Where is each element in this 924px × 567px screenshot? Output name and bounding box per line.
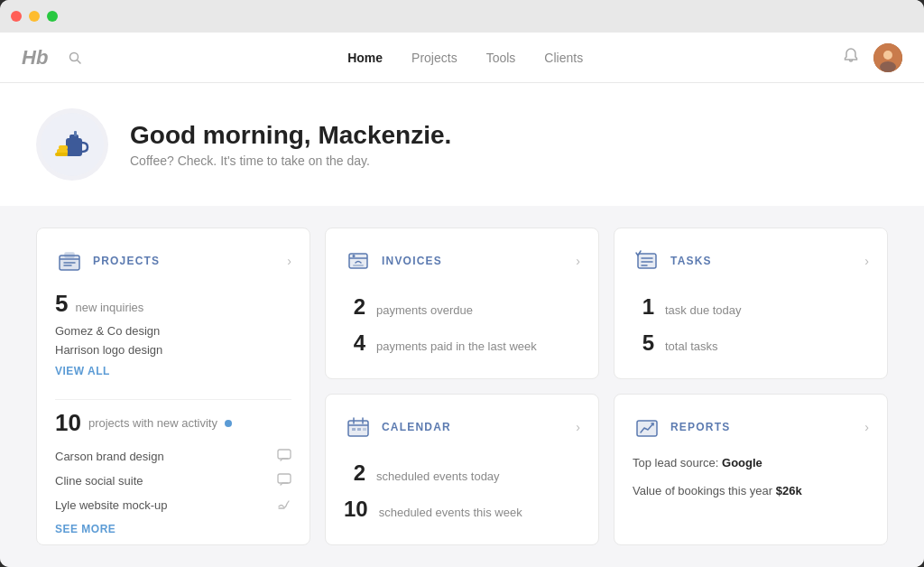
activity-name-3: Lyle website mock-up	[55, 498, 168, 512]
projects-card-header: PROJECTS ›	[55, 246, 291, 275]
calendar-today-count: 2	[344, 460, 365, 486]
see-more-link[interactable]: SEE MORE	[55, 523, 291, 535]
calendar-week-label: scheduled events this week	[379, 506, 522, 519]
app-body: Hb Home Projects Tools Clients	[0, 33, 924, 567]
close-button[interactable]	[11, 11, 22, 22]
activity-dot	[225, 420, 232, 427]
notification-bell[interactable]	[843, 47, 859, 68]
tasks-card-header: TASKS ›	[633, 246, 869, 275]
svg-rect-17	[278, 450, 291, 459]
calendar-header-left: CALENDAR	[344, 413, 451, 442]
invoices-card: INVOICES › 2 payments overdue 4 payments…	[325, 228, 599, 379]
calendar-icon	[344, 413, 373, 442]
svg-rect-35	[357, 428, 361, 431]
invoices-title: INVOICES	[382, 255, 442, 267]
tasks-icon	[633, 246, 661, 275]
hero-illustration	[36, 108, 108, 181]
greeting-subtitle: Coffee? Check. It's time to take on the …	[130, 153, 451, 168]
calendar-week-count: 10	[344, 497, 368, 522]
activity-item-1: Carson brand design	[55, 444, 291, 469]
nav-link-home[interactable]: Home	[347, 51, 383, 65]
comment-icon-1	[277, 448, 291, 465]
search-button[interactable]	[62, 45, 88, 70]
project-item-1: Gomez & Co design	[55, 321, 291, 340]
calendar-today-label: scheduled events today	[376, 469, 500, 483]
calendar-card: CALENDAR › 2 scheduled events today 10 s…	[325, 394, 599, 545]
reports-bookings: Value of bookings this year $26k	[633, 484, 869, 497]
nav-link-clients[interactable]: Clients	[544, 51, 583, 65]
invoices-overdue-count: 2	[344, 294, 365, 320]
nav-link-tools[interactable]: Tools	[486, 51, 516, 65]
svg-line-1	[78, 60, 81, 63]
hero-text: Good morning, Mackenzie. Coffee? Check. …	[130, 121, 451, 168]
calendar-stat-1: 2 scheduled events today	[344, 460, 580, 486]
svg-rect-36	[363, 428, 366, 431]
tasks-stat-1: 1 task due today	[633, 294, 869, 320]
maximize-button[interactable]	[47, 11, 58, 22]
invoices-stat-1: 2 payments overdue	[344, 294, 580, 320]
svg-rect-14	[65, 253, 74, 257]
user-avatar[interactable]	[873, 43, 902, 72]
tasks-stats: 1 task due today 5 total tasks	[633, 290, 869, 360]
nav-right	[843, 43, 902, 72]
reports-stats: Top lead source: Google Value of booking…	[633, 456, 869, 526]
svg-rect-8	[74, 131, 77, 136]
svg-rect-18	[278, 474, 291, 483]
invoices-paid-label: payments paid in the last week	[376, 339, 537, 353]
reports-card-header: REPORTS ›	[633, 413, 869, 442]
hero-section: Good morning, Mackenzie. Coffee? Check. …	[0, 83, 924, 206]
svg-point-3	[883, 51, 892, 60]
tasks-title: TASKS	[670, 255, 712, 267]
reports-lead-label: Top lead source:	[633, 456, 718, 469]
reports-icon	[633, 413, 661, 442]
reports-bookings-value: $26k	[776, 484, 802, 497]
nav-links: Home Projects Tools Clients	[88, 51, 843, 65]
reports-chevron[interactable]: ›	[864, 420, 869, 434]
svg-point-4	[880, 61, 896, 72]
svg-rect-10	[59, 145, 68, 150]
projects-chevron[interactable]: ›	[287, 254, 291, 268]
invoices-stat-2: 4 payments paid in the last week	[344, 330, 580, 356]
dashboard-grid: PROJECTS › 5 new inquiries Gomez & Co de…	[0, 206, 924, 567]
svg-rect-6	[66, 138, 82, 156]
minimize-button[interactable]	[29, 11, 40, 22]
invoices-paid-count: 4	[344, 330, 365, 356]
svg-rect-34	[352, 428, 356, 431]
tasks-card: TASKS › 1 task due today 5 total tasks	[614, 228, 888, 379]
projects-title: PROJECTS	[93, 255, 160, 267]
calendar-stats: 2 scheduled events today 10 scheduled ev…	[344, 456, 580, 526]
activity-label: projects with new activity	[88, 416, 217, 430]
reports-lead-value: Google	[722, 456, 762, 469]
activity-header: 10 projects with new activity	[55, 409, 291, 437]
svg-point-22	[353, 255, 356, 257]
signature-icon	[277, 497, 291, 514]
invoices-chevron[interactable]: ›	[576, 254, 580, 268]
navbar: Hb Home Projects Tools Clients	[0, 33, 924, 83]
reports-lead-text: Top lead source: Google	[633, 456, 869, 469]
app-window: Hb Home Projects Tools Clients	[0, 0, 924, 567]
projects-card: PROJECTS › 5 new inquiries Gomez & Co de…	[36, 228, 310, 545]
invoices-stats: 2 payments overdue 4 payments paid in th…	[344, 290, 580, 360]
activity-name-2: Cline social suite	[55, 474, 143, 488]
calendar-title: CALENDAR	[382, 421, 451, 433]
projects-icon	[55, 246, 84, 275]
activity-name-1: Carson brand design	[55, 450, 164, 463]
nav-link-projects[interactable]: Projects	[411, 51, 457, 65]
projects-divider	[55, 399, 291, 400]
tasks-due-count: 1	[633, 294, 654, 320]
projects-inquiries-label: new inquiries	[75, 301, 143, 314]
activity-item-2: Cline social suite	[55, 469, 291, 493]
calendar-stat-2: 10 scheduled events this week	[344, 497, 580, 522]
svg-rect-11	[55, 153, 68, 156]
calendar-chevron[interactable]: ›	[576, 420, 580, 434]
greeting-text: Good morning, Mackenzie.	[130, 121, 451, 150]
projects-header-left: PROJECTS	[55, 246, 160, 275]
tasks-chevron[interactable]: ›	[864, 254, 869, 268]
reports-header-left: REPORTS	[633, 413, 730, 442]
invoices-card-header: INVOICES ›	[344, 246, 580, 275]
projects-stat-row: 5 new inquiries	[55, 290, 291, 318]
reports-bookings-label: Value of bookings this year	[633, 484, 772, 497]
tasks-stat-2: 5 total tasks	[633, 330, 869, 356]
view-all-link[interactable]: VIEW ALL	[55, 365, 291, 377]
svg-rect-23	[353, 265, 364, 266]
